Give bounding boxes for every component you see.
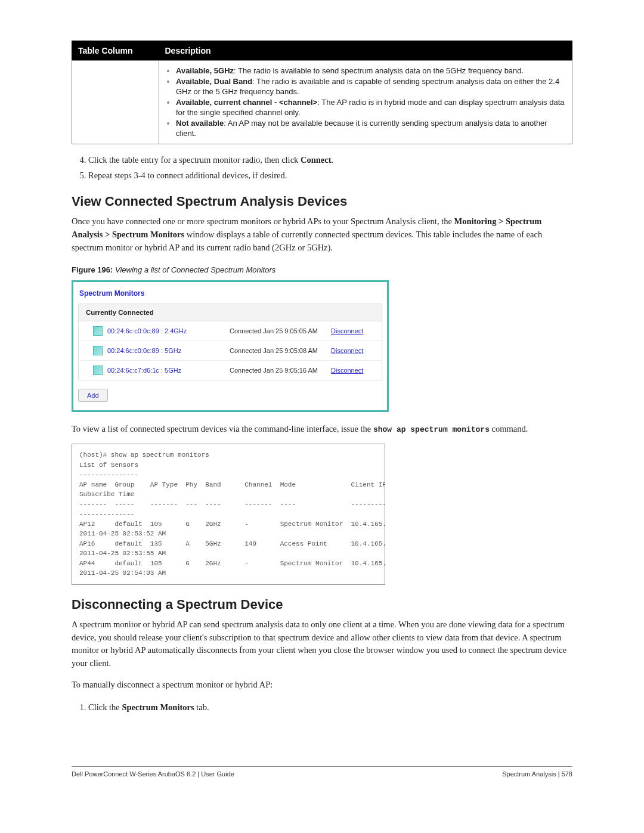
ds1-a: Click the	[88, 702, 122, 712]
figure-caption-196: Figure 196: Viewing a list of Connected …	[72, 265, 572, 274]
fig-label: Figure 196:	[72, 265, 113, 274]
spectrum-monitors-panel: Spectrum Monitors Currently Connected 00…	[72, 280, 389, 412]
ds1-c: tab.	[194, 702, 209, 712]
footer-right: Spectrum Analysis | 578	[502, 770, 572, 778]
disc-step-1: Click the Spectrum Monitors tab.	[88, 701, 572, 714]
monitor-icon	[93, 346, 103, 355]
desc-item-2-label: Available, current channel - <channel>	[176, 98, 317, 107]
monitor-icon	[93, 366, 103, 375]
add-button[interactable]: Add	[78, 389, 108, 402]
steps-list-2: Click the Spectrum Monitors tab.	[72, 701, 572, 714]
step-4-b: Connect	[301, 155, 332, 165]
heading-disconnecting: Disconnecting a Spectrum Device	[72, 597, 572, 612]
disconnect-link[interactable]: Disconnect	[331, 367, 363, 374]
heading-view-connected: View Connected Spectrum Analysis Devices	[72, 194, 572, 209]
step-5: Repeat steps 3-4 to connect additional d…	[88, 169, 572, 182]
spectrum-row-conn: Connected Jan 25 9:05:08 AM	[230, 347, 331, 354]
desc-empty-cell	[72, 61, 159, 144]
view-connected-paragraph: Once you have connected one or more spec…	[72, 215, 572, 254]
cli-command-inline: show ap spectrum monitors	[373, 425, 490, 434]
spectrum-row-conn: Connected Jan 25 9:05:05 AM	[230, 327, 331, 335]
page-footer: Dell PowerConnect W-Series ArubaOS 6.2 |…	[72, 766, 572, 778]
cli-output-box: (host)# show ap spectrum monitors List o…	[72, 444, 385, 585]
footer-left: Dell PowerConnect W-Series ArubaOS 6.2 |…	[72, 770, 234, 778]
spectrum-row[interactable]: 00:24:6c:c0:0c:89 : 5GHz Connected Jan 2…	[79, 341, 382, 361]
disconnect-link[interactable]: Disconnect	[331, 327, 363, 335]
spectrum-row-mac: 00:24:6c:c0:0c:89 : 5GHz	[107, 347, 230, 354]
th-description: Description	[159, 41, 572, 61]
disconnect-paragraph-2: To manually disconnect a spectrum monito…	[72, 679, 572, 692]
spectrum-row-mac: 00:24:6c:c7:d6:1c : 5GHz	[107, 367, 230, 374]
desc-item-0-label: Available, 5GHz	[176, 66, 234, 75]
ds1-b: Spectrum Monitors	[122, 702, 194, 712]
spectrum-panel-title: Spectrum Monitors	[79, 289, 382, 298]
currently-connected-header: Currently Connected	[79, 304, 382, 321]
spectrum-row[interactable]: 00:24:6c:c0:0c:89 : 2.4GHz Connected Jan…	[79, 321, 382, 341]
spectrum-inner-box: Currently Connected 00:24:6c:c0:0c:89 : …	[78, 304, 382, 380]
step-4: Click the table entry for a spectrum mon…	[88, 154, 572, 167]
disconnect-link[interactable]: Disconnect	[331, 347, 363, 354]
disconnect-paragraph-1: A spectrum monitor or hybrid AP can send…	[72, 618, 572, 670]
cli-p1c: command.	[490, 424, 528, 433]
step-4-a: Click the table entry for a spectrum mon…	[88, 155, 301, 165]
desc-item-1-label: Available, Dual Band	[176, 77, 252, 86]
description-table: Table Column Description Available, 5GHz…	[72, 41, 572, 144]
spectrum-row-conn: Connected Jan 25 9:05:16 AM	[230, 367, 331, 374]
desc-content-cell: Available, 5GHz: The radio is available …	[159, 61, 572, 144]
steps-list-1: Click the table entry for a spectrum mon…	[72, 154, 572, 182]
desc-item-3-label: Not available	[176, 119, 224, 128]
fig-text: Viewing a list of Connected Spectrum Mon…	[115, 265, 275, 274]
cli-p1a: To view a list of connected spectrum dev…	[72, 424, 373, 433]
spectrum-row[interactable]: 00:24:6c:c7:d6:1c : 5GHz Connected Jan 2…	[79, 361, 382, 380]
spectrum-row-mac: 00:24:6c:c0:0c:89 : 2.4GHz	[107, 327, 230, 335]
desc-item-3-text: : An AP may not be available because it …	[176, 119, 547, 138]
cli-view-paragraph: To view a list of connected spectrum dev…	[72, 423, 572, 436]
step-4-c: .	[332, 155, 334, 165]
desc-item-0-text: : The radio is available to send spectru…	[234, 66, 524, 75]
monitor-icon	[93, 326, 103, 336]
vc-p1a: Once you have connected one or more spec…	[72, 216, 454, 226]
th-table-column: Table Column	[72, 41, 159, 61]
